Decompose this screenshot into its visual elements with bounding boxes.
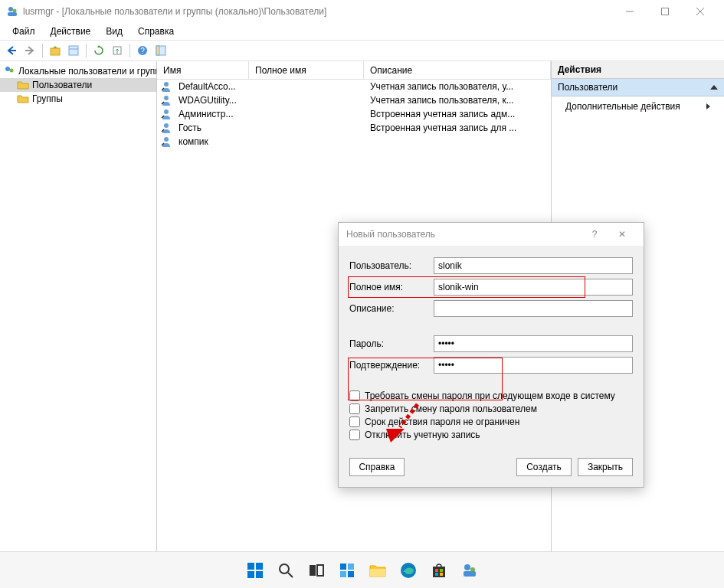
label-fullname: Полное имя:: [349, 282, 434, 292]
menu-bar: Файл Действие Вид Справка: [0, 23, 724, 40]
tree-pane: Локальные пользователи и группы Пользова…: [0, 61, 157, 551]
cell-name: компик: [172, 136, 249, 147]
actions-more[interactable]: Дополнительные действия: [552, 96, 724, 116]
svg-rect-2: [8, 12, 17, 16]
list-pane: Имя Полное имя Описание DefaultAcco...Уч…: [157, 61, 552, 551]
svg-point-17: [5, 67, 10, 71]
user-row[interactable]: Администр...Встроенная учетная запись ад…: [157, 107, 551, 121]
col-name[interactable]: Имя: [157, 61, 249, 79]
menu-file[interactable]: Файл: [5, 24, 43, 38]
cell-description: Учетная запись пользователя, у...: [364, 81, 551, 92]
menu-action[interactable]: Действие: [43, 24, 99, 38]
input-description[interactable]: [434, 300, 633, 317]
input-password[interactable]: [434, 335, 633, 352]
create-button[interactable]: Создать: [516, 458, 572, 476]
svg-rect-38: [348, 571, 354, 577]
cell-description: Встроенная учетная запись адм...: [364, 109, 551, 119]
svg-point-20: [164, 96, 169, 100]
svg-rect-33: [310, 565, 316, 576]
svg-text:?: ?: [140, 47, 145, 55]
forward-button[interactable]: [21, 42, 38, 59]
input-confirm[interactable]: [434, 357, 633, 374]
svg-rect-10: [69, 46, 78, 55]
svg-rect-45: [440, 573, 443, 576]
back-button[interactable]: [3, 42, 20, 59]
store-icon[interactable]: [428, 560, 450, 581]
list-body: DefaultAcco...Учетная запись пользовател…: [157, 80, 551, 149]
file-explorer-icon[interactable]: [367, 560, 388, 581]
chk-cannot-change[interactable]: [349, 403, 360, 414]
lusrmgr-icon[interactable]: [459, 560, 480, 581]
svg-rect-29: [247, 571, 254, 578]
edge-icon[interactable]: [398, 560, 419, 581]
widgets-icon[interactable]: [336, 560, 358, 581]
user-icon: [160, 108, 172, 120]
menu-view[interactable]: Вид: [98, 24, 130, 38]
dialog-help-icon[interactable]: ?: [581, 229, 608, 240]
menu-help[interactable]: Справка: [130, 24, 182, 38]
search-icon[interactable]: [275, 560, 296, 581]
svg-rect-9: [51, 48, 60, 55]
dialog-close-icon[interactable]: ✕: [608, 229, 636, 240]
cell-name: Администр...: [172, 109, 249, 119]
col-fullname[interactable]: Полное имя: [249, 61, 364, 79]
start-button[interactable]: [244, 560, 266, 581]
cell-description: Встроенная учетная запись для ...: [364, 122, 551, 133]
tree-root[interactable]: Локальные пользователи и группы: [0, 64, 156, 78]
close-button[interactable]: [683, 0, 718, 23]
properties-button[interactable]: [65, 42, 82, 59]
task-view-icon[interactable]: [306, 560, 327, 581]
user-row[interactable]: WDAGUtility...Учетная запись пользовател…: [157, 93, 551, 107]
actions-section-label: Пользователи: [558, 82, 618, 93]
main-content: Локальные пользователи и группы Пользова…: [0, 61, 724, 551]
svg-rect-37: [340, 571, 346, 577]
up-button[interactable]: [47, 42, 64, 59]
svg-point-1: [13, 9, 17, 13]
help-button[interactable]: ?: [134, 42, 151, 59]
svg-rect-44: [435, 573, 438, 576]
svg-rect-27: [247, 563, 254, 570]
actions-more-label: Дополнительные действия: [565, 101, 680, 112]
user-row[interactable]: компик: [157, 135, 551, 149]
folder-icon: [17, 93, 29, 105]
tree-users[interactable]: Пользователи: [0, 78, 156, 92]
list-header: Имя Полное имя Описание: [157, 61, 551, 80]
input-user[interactable]: [434, 257, 633, 274]
chk-require-change[interactable]: [349, 390, 360, 401]
tree-users-label: Пользователи: [32, 80, 92, 90]
user-row[interactable]: ГостьВстроенная учетная запись для ...: [157, 121, 551, 135]
chk-never-expires[interactable]: [349, 416, 360, 427]
cell-name: WDAGUtility...: [172, 95, 249, 106]
help-button[interactable]: Справка: [349, 458, 405, 476]
chk-require-change-label: Требовать смены пароля при следующем вхо…: [365, 390, 615, 401]
view-toggle-button[interactable]: [152, 42, 169, 59]
window-title: lusrmgr - [Локальные пользователи и груп…: [23, 6, 612, 17]
svg-point-21: [164, 109, 169, 114]
label-user: Пользователь:: [349, 260, 434, 271]
svg-rect-16: [156, 46, 159, 55]
export-button[interactable]: [109, 42, 126, 59]
actions-section[interactable]: Пользователи: [552, 79, 724, 96]
chevron-right-icon: [706, 103, 710, 109]
users-groups-icon: [3, 65, 15, 77]
minimize-button[interactable]: [612, 0, 647, 23]
chk-disabled[interactable]: [349, 430, 360, 440]
label-description: Описание:: [349, 303, 434, 314]
svg-rect-42: [435, 569, 438, 572]
tree-groups[interactable]: Группы: [0, 92, 156, 106]
col-description[interactable]: Описание: [364, 61, 551, 79]
folder-icon: [17, 79, 29, 91]
chk-disabled-label: Отключить учетную запись: [365, 430, 480, 440]
maximize-button[interactable]: [647, 0, 683, 23]
user-row[interactable]: DefaultAcco...Учетная запись пользовател…: [157, 80, 551, 93]
input-fullname[interactable]: [434, 279, 633, 296]
svg-point-46: [464, 564, 470, 570]
svg-point-19: [164, 82, 169, 87]
refresh-button[interactable]: [90, 42, 107, 59]
user-icon: [160, 122, 172, 134]
close-dialog-button[interactable]: Закрыть: [578, 458, 633, 476]
user-icon: [160, 136, 172, 148]
window-titlebar: lusrmgr - [Локальные пользователи и груп…: [0, 0, 724, 23]
svg-point-31: [280, 564, 289, 573]
collapse-icon: [710, 85, 718, 90]
